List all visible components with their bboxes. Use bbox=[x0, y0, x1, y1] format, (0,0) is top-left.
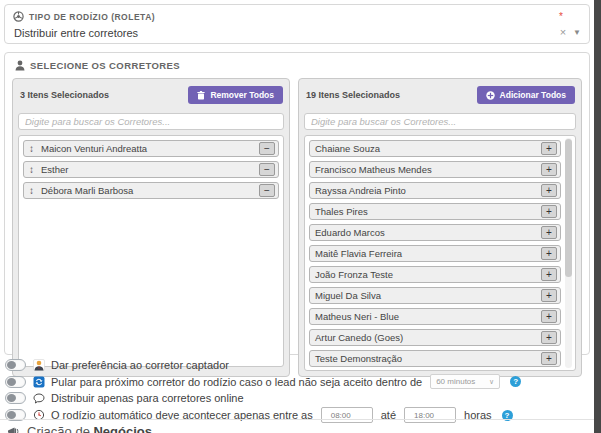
tipo-rodizio-select[interactable]: Distribuir entre corretores × ▼ bbox=[13, 22, 581, 39]
drag-handle-icon[interactable]: ↕ bbox=[29, 185, 34, 196]
add-corretor-button[interactable]: + bbox=[541, 289, 557, 302]
add-corretor-button[interactable]: + bbox=[541, 226, 557, 239]
search-available-input[interactable] bbox=[304, 113, 576, 130]
pular-label: Pular para próximo corretor do rodízio c… bbox=[51, 376, 422, 388]
corretor-name: Esther bbox=[39, 164, 259, 175]
available-corretores-list: Chaiane Souza + Francisco Matheus Mendes… bbox=[304, 135, 576, 371]
captador-toggle[interactable] bbox=[5, 359, 26, 371]
available-corretor-row[interactable]: Francisco Matheus Mendes + bbox=[309, 161, 561, 178]
sync-icon bbox=[32, 376, 45, 388]
clear-selection-icon[interactable]: × bbox=[560, 26, 566, 38]
drag-handle-icon[interactable]: ↕ bbox=[29, 143, 34, 154]
corretor-name: Maicon Venturi Andreatta bbox=[39, 143, 259, 154]
add-corretor-button[interactable]: + bbox=[541, 163, 557, 176]
chevron-down-icon: ∨ bbox=[489, 378, 494, 386]
add-corretor-button[interactable]: + bbox=[541, 310, 557, 323]
trash-icon bbox=[197, 91, 205, 100]
available-count-label: 19 Itens Selecionados bbox=[306, 90, 400, 100]
required-asterisk: * bbox=[559, 11, 563, 22]
pular-toggle[interactable] bbox=[5, 376, 26, 388]
available-corretor-row[interactable]: Maitê Flavia Ferreira + bbox=[309, 245, 561, 262]
corretor-name: Francisco Matheus Mendes bbox=[313, 164, 541, 175]
selected-corretor-row[interactable]: ↕ Débora Marli Barbosa − bbox=[23, 182, 279, 199]
remove-corretor-button[interactable]: − bbox=[259, 163, 275, 176]
option-online-row: Distribuir apenas para corretores online bbox=[5, 392, 585, 404]
selected-corretores-panel: 3 Itens Selecionados Remover Todos ↕ Mai… bbox=[12, 78, 290, 377]
chat-bubble-icon bbox=[32, 393, 45, 404]
corretor-name: Eduardo Marcos bbox=[313, 227, 541, 238]
selected-count-label: 3 Itens Selecionados bbox=[20, 90, 109, 100]
corretor-name: Thales Pires bbox=[313, 206, 541, 217]
available-corretor-row[interactable]: Eduardo Marcos + bbox=[309, 224, 561, 241]
corretor-name: Rayssa Andreia Pinto bbox=[313, 185, 541, 196]
drag-handle-icon[interactable]: ↕ bbox=[29, 164, 34, 175]
add-corretor-button[interactable]: + bbox=[541, 268, 557, 281]
remove-corretor-button[interactable]: − bbox=[259, 142, 275, 155]
add-corretor-button[interactable]: + bbox=[541, 205, 557, 218]
online-toggle[interactable] bbox=[5, 392, 26, 404]
option-pular-row: Pular para próximo corretor do rodízio c… bbox=[5, 374, 585, 389]
add-corretor-button[interactable]: + bbox=[541, 142, 557, 155]
captador-avatar-icon bbox=[32, 359, 45, 371]
available-corretor-row[interactable]: Matheus Neri - Blue + bbox=[309, 308, 561, 325]
list-scrollbar-thumb[interactable] bbox=[565, 139, 572, 277]
tipo-rodizio-value: Distribuir entre corretores bbox=[14, 27, 138, 39]
selected-corretor-row[interactable]: ↕ Esther − bbox=[23, 161, 279, 178]
available-corretor-row[interactable]: Artur Canedo (Goes) + bbox=[309, 329, 561, 346]
settings-page: TIPO DE RODÍZIO (ROLETA) * Distribuir en… bbox=[0, 0, 601, 433]
roulette-icon bbox=[13, 11, 24, 22]
tipo-rodizio-card: TIPO DE RODÍZIO (ROLETA) * Distribuir en… bbox=[4, 4, 590, 44]
selected-corretor-row[interactable]: ↕ Maicon Venturi Andreatta − bbox=[23, 140, 279, 157]
search-selected-input[interactable] bbox=[18, 113, 284, 130]
remover-todos-button[interactable]: Remover Todos bbox=[188, 86, 283, 104]
available-corretor-row[interactable]: Rayssa Andreia Pinto + bbox=[309, 182, 561, 199]
corretor-name: João Fronza Teste bbox=[313, 269, 541, 280]
criacao-negocios-section: Criação de Negócios bbox=[0, 419, 594, 433]
corretor-name: Artur Canedo (Goes) bbox=[313, 332, 541, 343]
page-scrollbar[interactable] bbox=[594, 0, 601, 433]
list-scrollbar-track[interactable] bbox=[565, 138, 572, 368]
corretor-name: Maitê Flavia Ferreira bbox=[313, 248, 541, 259]
tipo-rodizio-label-row: TIPO DE RODÍZIO (ROLETA) bbox=[13, 11, 155, 22]
tipo-rodizio-label: TIPO DE RODÍZIO (ROLETA) bbox=[29, 12, 155, 22]
online-label: Distribuir apenas para corretores online bbox=[51, 392, 244, 404]
add-corretor-button[interactable]: + bbox=[541, 184, 557, 197]
corretor-name: Miguel Da Silva bbox=[313, 290, 541, 301]
available-corretor-row[interactable]: Miguel Da Silva + bbox=[309, 287, 561, 304]
user-icon bbox=[15, 60, 25, 71]
criacao-negocios-title: Criação de Negócios bbox=[27, 424, 152, 433]
add-corretor-button[interactable]: + bbox=[541, 247, 557, 260]
corretor-name: Matheus Neri - Blue bbox=[313, 311, 541, 322]
megaphone-icon bbox=[7, 426, 21, 433]
rodizio-options: Dar preferência ao corretor captador Pul… bbox=[5, 359, 585, 426]
option-captador-row: Dar preferência ao corretor captador bbox=[5, 359, 585, 371]
corretor-name: Débora Marli Barbosa bbox=[39, 185, 259, 196]
help-icon[interactable]: ? bbox=[510, 376, 521, 387]
corretor-name: Chaiane Souza bbox=[313, 143, 541, 154]
available-corretor-row[interactable]: Thales Pires + bbox=[309, 203, 561, 220]
remover-todos-label: Remover Todos bbox=[210, 90, 274, 100]
selected-corretores-list: ↕ Maicon Venturi Andreatta − ↕ Esther − … bbox=[18, 135, 284, 367]
timeout-select[interactable]: 60 minutos ∨ bbox=[430, 374, 500, 389]
chevron-down-icon[interactable]: ▼ bbox=[573, 28, 581, 37]
plus-circle-icon bbox=[486, 91, 495, 100]
available-corretor-row[interactable]: João Fronza Teste + bbox=[309, 266, 561, 283]
timeout-select-value: 60 minutos bbox=[436, 377, 475, 386]
adicionar-todos-button[interactable]: Adicionar Todos bbox=[477, 86, 575, 104]
available-corretores-panel: 19 Itens Selecionados Adicionar Todos Ch… bbox=[298, 78, 582, 377]
selecione-corretores-label: SELECIONE OS CORRETORES bbox=[30, 60, 180, 71]
adicionar-todos-label: Adicionar Todos bbox=[500, 90, 566, 100]
add-corretor-button[interactable]: + bbox=[541, 331, 557, 344]
captador-label: Dar preferência ao corretor captador bbox=[51, 359, 229, 371]
remove-corretor-button[interactable]: − bbox=[259, 184, 275, 197]
selecione-corretores-card: SELECIONE OS CORRETORES 3 Itens Selecion… bbox=[4, 52, 590, 355]
available-corretor-row[interactable]: Chaiane Souza + bbox=[309, 140, 561, 157]
